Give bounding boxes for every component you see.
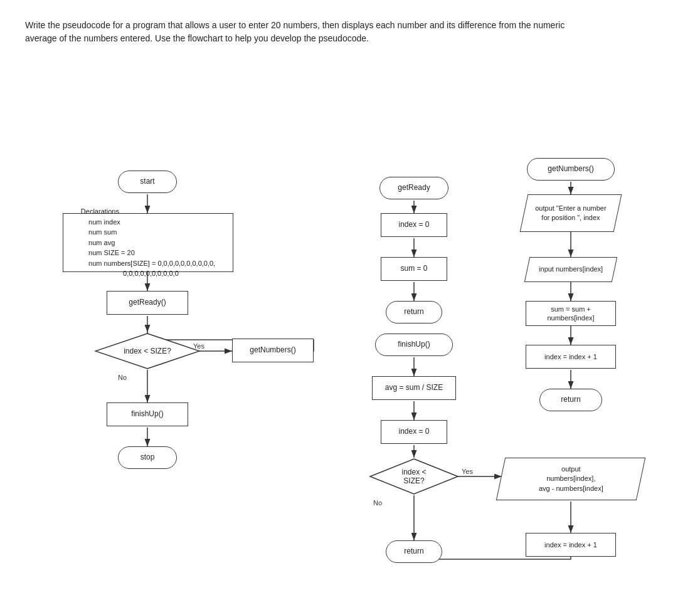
- getready-call-rect: getReady(): [107, 291, 188, 315]
- index-update2-rect: index = index + 1: [526, 533, 616, 557]
- index-update-rect: index = index + 1: [526, 345, 616, 369]
- finishup-call-rect: finishUp(): [107, 402, 188, 426]
- sum-eq-0-rect: sum = 0: [381, 257, 447, 281]
- getnumbers-call-rect: getNumbers(): [232, 339, 314, 362]
- return3-oval: return: [539, 389, 602, 411]
- getready-fn-oval: getReady: [379, 177, 448, 199]
- stop-oval: stop: [118, 446, 177, 469]
- getnumbers-fn-oval: getNumbers(): [527, 158, 615, 181]
- index-eq-0-rect: index = 0: [381, 213, 447, 237]
- start-oval: start: [118, 171, 177, 193]
- input-numbers-para: input numbers[index]: [527, 257, 615, 282]
- return2-oval: return: [386, 540, 442, 563]
- yes-label-left: Yes: [193, 342, 204, 350]
- output-enter-para: output "Enter a number for position ", i…: [524, 194, 618, 232]
- avg-rect: avg = sum / SIZE: [372, 376, 456, 400]
- yes2-label: Yes: [462, 468, 473, 475]
- output2-para: outputnumbers[index],avg - numbers[index…: [501, 458, 641, 500]
- intro-text: Write the pseudocode for a program that …: [25, 19, 590, 45]
- flowchart-area: start Declarations num index num sum num…: [25, 70, 677, 609]
- diamond-middle: index < SIZE?: [369, 458, 459, 495]
- no-label-left: No: [118, 374, 127, 381]
- index-eq-0b-rect: index = 0: [381, 420, 447, 444]
- diamond-left: index < SIZE?: [94, 332, 201, 370]
- declarations-rect: Declarations num index num sum num avg n…: [63, 213, 233, 272]
- sum-update-rect: sum = sum + numbers[index]: [526, 301, 616, 326]
- return1-oval: return: [386, 301, 442, 323]
- no2-label: No: [373, 499, 382, 507]
- finishup-fn-oval: finishUp(): [375, 334, 453, 356]
